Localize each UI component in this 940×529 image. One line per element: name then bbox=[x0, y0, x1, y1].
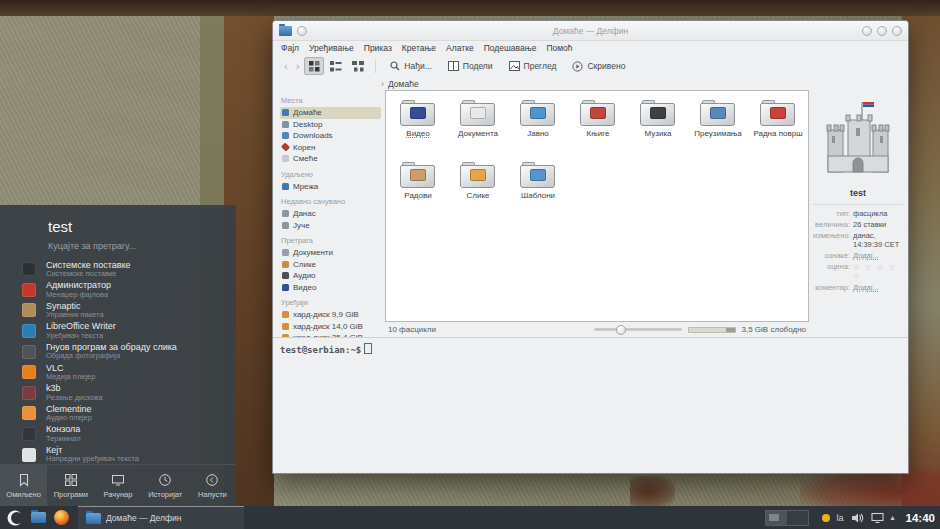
volume-icon[interactable] bbox=[851, 512, 864, 524]
breadcrumb-home[interactable]: Домаће bbox=[388, 79, 419, 89]
launcher-item-vlc[interactable]: VLCМедија плејер bbox=[0, 362, 236, 383]
launcher-item-writer[interactable]: LibreOffice WriterУређивач текста bbox=[0, 321, 236, 342]
calendar-icon bbox=[282, 222, 289, 229]
hidden-button[interactable]: Скривено bbox=[564, 61, 633, 72]
places-item-today[interactable]: Данас bbox=[280, 208, 381, 220]
menu-settings[interactable]: Подешавање bbox=[479, 43, 542, 53]
launcher-item-systemsettings[interactable]: Системске поставкеСистемске поставке bbox=[0, 259, 236, 280]
tab-favorites[interactable]: Омиљено bbox=[0, 465, 47, 506]
app-menu-button[interactable] bbox=[5, 508, 25, 528]
task-button-dolphin[interactable]: Домаће — Делфин bbox=[78, 506, 244, 529]
desktop-2[interactable] bbox=[787, 511, 808, 525]
places-item-disk1[interactable]: хард-диск 9,9 GiB bbox=[280, 309, 381, 321]
menu-tools[interactable]: Алатке bbox=[441, 43, 479, 53]
launcher-search-input[interactable]: Куцајте за претрагу... bbox=[48, 241, 236, 251]
image-icon bbox=[282, 261, 289, 268]
details-view-button[interactable] bbox=[348, 57, 368, 75]
zoom-slider[interactable] bbox=[594, 328, 682, 331]
launcher-item-gimp[interactable]: Гнуов програм за обраду сликаОбрада фото… bbox=[0, 341, 236, 362]
places-item-trash[interactable]: Смеће bbox=[280, 153, 381, 165]
folder-icon bbox=[580, 100, 616, 127]
folder-documents[interactable]: Документа bbox=[448, 96, 508, 158]
menu-help[interactable]: Помоћ bbox=[541, 43, 577, 53]
dolphin-launcher-icon[interactable] bbox=[28, 508, 48, 528]
root-icon bbox=[281, 143, 290, 152]
virtual-desktop-pager[interactable] bbox=[765, 510, 809, 526]
audio-icon bbox=[282, 272, 289, 279]
menubar: Фајл Уређивање Приказ Кретање Алатке Под… bbox=[273, 41, 908, 55]
places-item-documents[interactable]: Документи bbox=[280, 247, 381, 259]
folder-public[interactable]: Јавно bbox=[508, 96, 568, 158]
folder-works[interactable]: Радови bbox=[388, 158, 448, 220]
places-item-yesterday[interactable]: Јуче bbox=[280, 220, 381, 232]
clock[interactable]: 14:40 bbox=[906, 512, 935, 524]
places-item-root[interactable]: Корен bbox=[280, 142, 381, 154]
launcher-item-synaptic[interactable]: SynapticУправник пакета bbox=[0, 300, 236, 321]
folder-books[interactable]: Књиге bbox=[568, 96, 628, 158]
folder-pictures[interactable]: Слике bbox=[448, 158, 508, 220]
dolphin-window: Домаће — Делфин Фајл Уређивање Приказ Кр… bbox=[272, 20, 909, 474]
desktop-icon bbox=[282, 121, 289, 128]
places-item-video[interactable]: Видео bbox=[280, 282, 381, 294]
places-item-audio[interactable]: Аудио bbox=[280, 270, 381, 282]
add-tags-link[interactable]: Додај... bbox=[853, 252, 879, 261]
home-icon bbox=[282, 109, 289, 116]
tab-leave[interactable]: Напусти bbox=[189, 465, 236, 506]
keyboard-layout-indicator[interactable]: la bbox=[837, 513, 844, 523]
folder-downloads[interactable]: Преузимања bbox=[688, 96, 748, 158]
display-icon[interactable] bbox=[871, 512, 884, 524]
menu-file[interactable]: Фајл bbox=[276, 43, 304, 53]
places-item-disk2[interactable]: хард-диск 14,0 GiB bbox=[280, 321, 381, 333]
monitor-icon bbox=[111, 473, 125, 487]
info-row-size: величина:26 ставки bbox=[813, 221, 903, 230]
launcher-item-k3b[interactable]: k3bРезање дискова bbox=[0, 383, 236, 404]
tab-history[interactable]: Историјат bbox=[142, 465, 189, 506]
forward-icon[interactable]: › bbox=[292, 61, 304, 72]
firefox-icon[interactable] bbox=[51, 508, 71, 528]
places-item-images[interactable]: Слике bbox=[280, 259, 381, 271]
tab-computer[interactable]: Рачунар bbox=[94, 465, 141, 506]
launcher-item-kate[interactable]: КејтНапредни уређивач текста bbox=[0, 444, 236, 464]
icons-view-button[interactable] bbox=[304, 57, 324, 75]
add-comment-link[interactable]: Додај... bbox=[853, 284, 879, 293]
tab-applications[interactable]: Програми bbox=[47, 465, 94, 506]
menu-go[interactable]: Кретање bbox=[397, 43, 441, 53]
places-item-desktop[interactable]: Desktop bbox=[280, 119, 381, 131]
folder-view[interactable]: Видео Документа Јавно Књиге Музи bbox=[385, 90, 809, 322]
launcher-item-clementine[interactable]: ClementineАудио плејер bbox=[0, 403, 236, 424]
back-icon[interactable]: ‹ bbox=[280, 61, 292, 72]
places-item-network[interactable]: Мрежа bbox=[280, 181, 381, 193]
folder-templates[interactable]: Шаблони bbox=[508, 158, 568, 220]
breadcrumb[interactable]: › Домаће bbox=[273, 77, 908, 90]
launcher-item-konsole[interactable]: КонзолаТерминал bbox=[0, 424, 236, 445]
info-row-comment: коментар:Додај... bbox=[813, 284, 903, 293]
find-button[interactable]: Нађи... bbox=[382, 61, 439, 71]
folder-music[interactable]: Музика bbox=[628, 96, 688, 158]
split-button[interactable]: Подели bbox=[440, 61, 501, 71]
places-item-home[interactable]: Домаће bbox=[280, 107, 381, 119]
folder-video[interactable]: Видео bbox=[388, 96, 448, 158]
tray-expander-icon[interactable]: ▴ bbox=[891, 513, 895, 522]
wallpaper-detail bbox=[630, 476, 675, 508]
places-item-downloads[interactable]: Downloads bbox=[280, 130, 381, 142]
menu-view[interactable]: Приказ bbox=[359, 43, 397, 53]
folder-desktop[interactable]: Радна површ bbox=[748, 96, 808, 158]
titlebar[interactable]: Домаће — Делфин bbox=[273, 21, 908, 41]
folder-grid: Видео Документа Јавно Књиге Музи bbox=[386, 91, 808, 220]
folder-icon bbox=[400, 162, 436, 189]
launcher-item-admin[interactable]: АдминистраторМенаџер фајлова bbox=[0, 280, 236, 301]
rating-stars[interactable]: ☆ ☆ ☆ ☆ ☆ bbox=[853, 263, 903, 281]
folder-icon bbox=[760, 100, 796, 127]
terminal-panel[interactable]: test@serbian:~$ bbox=[273, 337, 908, 473]
status-free-space: 3,5 GiB слободно bbox=[742, 325, 807, 334]
desktop-1[interactable] bbox=[766, 511, 787, 525]
zoom-slider-knob[interactable] bbox=[616, 325, 626, 335]
compact-view-button[interactable] bbox=[326, 57, 346, 75]
menu-edit[interactable]: Уређивање bbox=[304, 43, 359, 53]
status-folder-count: 10 фасцикли bbox=[388, 325, 436, 334]
preview-button[interactable]: Преглед bbox=[501, 61, 565, 71]
system-settings-icon bbox=[22, 262, 36, 276]
toolbar-separator bbox=[375, 60, 376, 73]
clementine-tray-icon[interactable] bbox=[822, 514, 830, 522]
downloads-icon bbox=[282, 132, 289, 139]
